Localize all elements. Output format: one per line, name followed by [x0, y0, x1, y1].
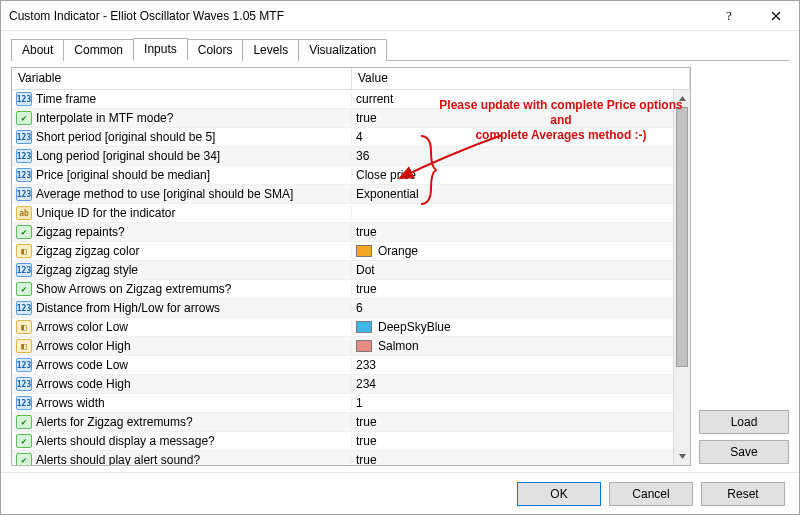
load-button[interactable]: Load	[699, 410, 789, 434]
variable-name: Zigzag repaints?	[36, 225, 125, 239]
table-row[interactable]: ✔Interpolate in MTF mode?true	[12, 109, 673, 128]
table-row[interactable]: ◧Arrows color LowDeepSkyBlue	[12, 318, 673, 337]
tab-label: About	[22, 43, 53, 57]
variable-cell: ◧Zigzag zigzag color	[12, 244, 352, 258]
table-row[interactable]: 123Arrows width1	[12, 394, 673, 413]
value-cell[interactable]: true	[352, 225, 673, 239]
variable-name: Zigzag zigzag style	[36, 263, 138, 277]
variable-name: Interpolate in MTF mode?	[36, 111, 173, 125]
ok-button[interactable]: OK	[517, 482, 601, 506]
scroll-track[interactable]	[674, 107, 690, 448]
tab-visualization[interactable]: Visualization	[298, 39, 387, 61]
tab-inputs[interactable]: Inputs	[133, 38, 188, 61]
int-type-icon: 123	[16, 263, 32, 277]
table-row[interactable]: ✔Show Arrows on Zigzag extremums?true	[12, 280, 673, 299]
icon-glyph: ✔	[21, 113, 26, 123]
variable-cell: 123Long period [original should be 34]	[12, 149, 352, 163]
column-header-value[interactable]: Value	[352, 68, 690, 89]
icon-glyph: 123	[17, 380, 31, 389]
scroll-up-icon[interactable]	[674, 90, 690, 107]
bool-type-icon: ✔	[16, 282, 32, 296]
value-cell[interactable]: Salmon	[352, 339, 673, 353]
int-type-icon: 123	[16, 187, 32, 201]
value-text: true	[356, 415, 377, 429]
value-cell[interactable]: 1	[352, 396, 673, 410]
variable-name: Short period [original should be 5]	[36, 130, 215, 144]
value-cell[interactable]: Dot	[352, 263, 673, 277]
icon-glyph: 123	[17, 171, 31, 180]
value-text: 234	[356, 377, 376, 391]
tab-label: Visualization	[309, 43, 376, 57]
listview-body: 123Time framecurrent✔Interpolate in MTF …	[12, 90, 673, 465]
variable-cell: ✔Zigzag repaints?	[12, 225, 352, 239]
value-cell[interactable]: true	[352, 434, 673, 448]
variable-name: Distance from High/Low for arrows	[36, 301, 220, 315]
tab-common[interactable]: Common	[63, 39, 134, 61]
close-icon[interactable]	[753, 1, 799, 31]
variable-cell: 123Average method to use [original shoul…	[12, 187, 352, 201]
table-row[interactable]: 123Arrows code High234	[12, 375, 673, 394]
value-cell[interactable]: true	[352, 282, 673, 296]
table-row[interactable]: ✔Zigzag repaints?true	[12, 223, 673, 242]
value-cell[interactable]: DeepSkyBlue	[352, 320, 673, 334]
tab-colors[interactable]: Colors	[187, 39, 244, 61]
table-row[interactable]: 123Distance from High/Low for arrows6	[12, 299, 673, 318]
int-type-icon: 123	[16, 377, 32, 391]
column-header-variable[interactable]: Variable	[12, 68, 352, 89]
table-row[interactable]: ✔Alerts should play alert sound?true	[12, 451, 673, 465]
help-icon[interactable]: ?	[707, 1, 753, 31]
table-row[interactable]: 123Average method to use [original shoul…	[12, 185, 673, 204]
value-cell[interactable]: current	[352, 92, 673, 106]
value-text: Orange	[378, 244, 418, 258]
color-type-icon: ◧	[16, 244, 32, 258]
variable-name: Time frame	[36, 92, 96, 106]
value-cell[interactable]: 36	[352, 149, 673, 163]
variable-cell: 123Time frame	[12, 92, 352, 106]
value-cell[interactable]: true	[352, 453, 673, 465]
scroll-thumb[interactable]	[676, 107, 688, 367]
variable-name: Arrows code Low	[36, 358, 128, 372]
variable-cell: 123Price [original should be median]	[12, 168, 352, 182]
reset-button[interactable]: Reset	[701, 482, 785, 506]
value-cell[interactable]: true	[352, 111, 673, 125]
value-cell[interactable]: 6	[352, 301, 673, 315]
variable-cell: 123Distance from High/Low for arrows	[12, 301, 352, 315]
table-row[interactable]: ◧Arrows color HighSalmon	[12, 337, 673, 356]
cancel-button[interactable]: Cancel	[609, 482, 693, 506]
icon-glyph: 123	[17, 133, 31, 142]
save-button[interactable]: Save	[699, 440, 789, 464]
variable-cell: ◧Arrows color Low	[12, 320, 352, 334]
variable-name: Price [original should be median]	[36, 168, 210, 182]
value-text: 1	[356, 396, 363, 410]
icon-glyph: 123	[17, 95, 31, 104]
table-row[interactable]: ◧Zigzag zigzag colorOrange	[12, 242, 673, 261]
tab-label: Inputs	[144, 42, 177, 56]
value-cell[interactable]: true	[352, 415, 673, 429]
value-cell[interactable]: 4	[352, 130, 673, 144]
table-row[interactable]: ✔Alerts should display a message?true	[12, 432, 673, 451]
vertical-scrollbar[interactable]	[673, 90, 690, 465]
table-row[interactable]: 123Zigzag zigzag styleDot	[12, 261, 673, 280]
table-row[interactable]: 123Long period [original should be 34]36	[12, 147, 673, 166]
value-cell[interactable]: Exponential	[352, 187, 673, 201]
scroll-down-icon[interactable]	[674, 448, 690, 465]
table-row[interactable]: abUnique ID for the indicator	[12, 204, 673, 223]
int-type-icon: 123	[16, 130, 32, 144]
window-title: Custom Indicator - Elliot Oscillator Wav…	[9, 9, 707, 23]
table-row[interactable]: 123Arrows code Low233	[12, 356, 673, 375]
value-cell[interactable]: Close price	[352, 168, 673, 182]
value-cell[interactable]: 234	[352, 377, 673, 391]
tab-levels[interactable]: Levels	[242, 39, 299, 61]
button-label: Reset	[727, 487, 758, 501]
value-cell[interactable]: Orange	[352, 244, 673, 258]
bool-type-icon: ✔	[16, 111, 32, 125]
tab-label: Levels	[253, 43, 288, 57]
table-row[interactable]: ✔Alerts for Zigzag extremums?true	[12, 413, 673, 432]
tab-about[interactable]: About	[11, 39, 64, 61]
value-cell[interactable]: 233	[352, 358, 673, 372]
icon-glyph: 123	[17, 361, 31, 370]
table-row[interactable]: 123Short period [original should be 5]4	[12, 128, 673, 147]
table-row[interactable]: 123Price [original should be median]Clos…	[12, 166, 673, 185]
table-row[interactable]: 123Time framecurrent	[12, 90, 673, 109]
dialog-content: Variable Value 123Time framecurrent✔Inte…	[1, 61, 799, 472]
